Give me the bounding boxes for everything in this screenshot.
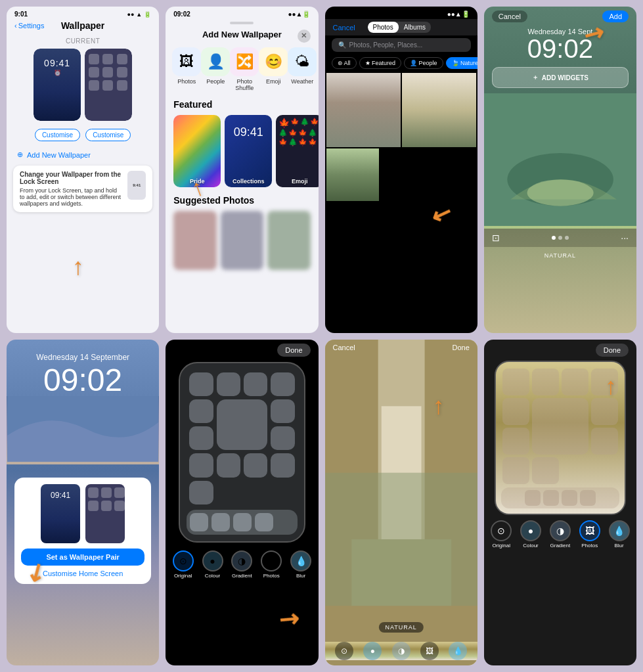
home-screen-thumb[interactable] bbox=[85, 49, 132, 121]
photo-cell-1[interactable] bbox=[326, 73, 401, 147]
filter-nature[interactable]: 🍃 Nature bbox=[446, 57, 477, 69]
home-app-grid bbox=[187, 370, 297, 508]
picker-cancel-btn[interactable]: Cancel bbox=[333, 24, 355, 32]
photos-type[interactable]: 🖼 Photos bbox=[172, 47, 201, 91]
colour-icon: ● bbox=[202, 550, 223, 571]
crop-cancel-btn[interactable]: Cancel bbox=[333, 344, 355, 351]
tool-gradient[interactable]: ◑ Gradient bbox=[231, 550, 252, 579]
final-slot-10 bbox=[532, 457, 559, 484]
weather-type[interactable]: 🌤 Weather bbox=[288, 47, 317, 91]
people-icon: 👤 bbox=[201, 47, 230, 76]
crop-tools-row: ⊙ ● ◑ 🖼 💧 bbox=[325, 642, 477, 660]
final-colour-icon: ● bbox=[520, 520, 541, 541]
pride-card[interactable]: Pride bbox=[173, 115, 221, 187]
suggested-photos-row bbox=[166, 211, 318, 270]
dock-icon-2 bbox=[211, 513, 230, 531]
tool-colour[interactable]: ● Colour bbox=[202, 550, 223, 579]
colour-label: Colour bbox=[205, 573, 221, 579]
done-btn[interactable]: Done bbox=[277, 344, 310, 357]
emoji-type[interactable]: 😊 Emoji bbox=[259, 47, 288, 91]
final-tool-original[interactable]: ⊙ Original bbox=[491, 520, 512, 549]
crop-tool-colour[interactable]: ● bbox=[363, 642, 382, 660]
tool-photos[interactable]: 🖼 Photos bbox=[261, 550, 282, 579]
tooltip-title: Change your Wallpaper from the Lock Scre… bbox=[20, 171, 122, 185]
aerial-photo bbox=[484, 93, 636, 229]
photo-cell-2[interactable] bbox=[402, 73, 476, 147]
status-bar: 9:01 ●● ▲ 🔋 bbox=[7, 7, 159, 19]
photo-cell-3[interactable] bbox=[326, 148, 379, 201]
final-tool-blur[interactable]: 💧 Blur bbox=[609, 520, 630, 549]
app-slot-1 bbox=[189, 372, 213, 396]
cell-wallpaper-settings: 9:01 ●● ▲ 🔋 ‹ Settings Wallpaper CURRENT… bbox=[7, 7, 159, 333]
status-time-2: 09:02 bbox=[173, 11, 190, 18]
natural-label: NATURAL bbox=[544, 252, 576, 259]
final-dock-2 bbox=[543, 490, 559, 506]
search-bar[interactable]: 🔍 Photos, People, Places... bbox=[332, 38, 471, 52]
people-type[interactable]: 👤 People bbox=[201, 47, 230, 91]
tab-photos[interactable]: Photos bbox=[368, 22, 399, 33]
final-blur-icon: 💧 bbox=[609, 520, 630, 541]
app-slot-5 bbox=[189, 399, 213, 423]
gradient-label: Gradient bbox=[232, 573, 252, 579]
set-wallpaper-pair-btn[interactable]: Set as Wallpaper Pair bbox=[21, 549, 144, 566]
add-widgets-btn[interactable]: ＋ ADD WIDGETS bbox=[492, 67, 629, 88]
final-done-btn[interactable]: Done bbox=[596, 344, 629, 357]
tool-original[interactable]: ⊙ Original bbox=[173, 550, 194, 579]
customise-home-link[interactable]: Customise Home Screen bbox=[21, 570, 144, 577]
back-button[interactable]: ‹ Settings bbox=[14, 22, 44, 30]
arrow-indicator-1: ↑ bbox=[72, 253, 84, 280]
dock-icon-3 bbox=[233, 513, 252, 531]
status-bar-3: ●●▲🔋 bbox=[325, 7, 477, 19]
tooltip-text: Change your Wallpaper from the Lock Scre… bbox=[20, 171, 122, 207]
up-arrow-icon: ↑ bbox=[72, 253, 84, 280]
final-tool-colour[interactable]: ● Colour bbox=[520, 520, 541, 549]
home-icon-5 bbox=[102, 67, 113, 78]
photo-shuffle-type[interactable]: 🔀 Photo Shuffle bbox=[230, 47, 259, 91]
photos-tool-icon: 🖼 bbox=[261, 550, 282, 571]
final-photos-label: Photos bbox=[581, 543, 598, 549]
tooltip-box: Change your Wallpaper from the Lock Scre… bbox=[13, 166, 152, 212]
lock-time: 09:02 bbox=[7, 365, 159, 396]
customize-home-btn[interactable]: Customise bbox=[85, 129, 131, 141]
emoji-card[interactable]: 🍁🍁🌲🍁 🌲🍁🍁🌲 🍁🌲🍁🍁 Emoji bbox=[276, 115, 318, 187]
crop-tool-blur[interactable]: 💧 bbox=[449, 642, 467, 660]
customize-lock-btn[interactable]: Customise bbox=[35, 129, 80, 141]
filter-featured[interactable]: ★ Featured bbox=[359, 57, 402, 69]
wallpaper-pair-card: 09:41 Set as Wallpaper Pair Customise Ho… bbox=[14, 478, 151, 584]
app-slot-11 bbox=[244, 453, 267, 477]
crop-tool-photos[interactable]: 🖼 bbox=[420, 642, 439, 660]
lock-bg-svg bbox=[7, 396, 159, 462]
wallpaper-type-icons: 🖼 Photos 👤 People 🔀 Photo Shuffle 😊 Emoj… bbox=[166, 45, 318, 97]
close-icon[interactable]: ✕ bbox=[298, 30, 311, 43]
final-tool-photos[interactable]: 🖼 Photos bbox=[579, 520, 600, 549]
crop-tool-original[interactable]: ⊙ bbox=[335, 642, 353, 660]
final-tools: ⊙ Original ● Colour ◑ Gradient 🖼 Photos … bbox=[484, 516, 636, 551]
home-icon-9 bbox=[117, 80, 127, 91]
preview-add-btn[interactable]: Add bbox=[602, 11, 629, 22]
preview-bottom-bar: ⊡ ··· bbox=[484, 229, 636, 247]
photo-shuffle-label: Photo Shuffle bbox=[230, 78, 259, 91]
more-icon[interactable]: ··· bbox=[621, 233, 629, 243]
app-slot-3 bbox=[244, 372, 267, 396]
collections-card[interactable]: Collections bbox=[225, 115, 272, 187]
suggested-photo-3[interactable] bbox=[267, 211, 310, 270]
tool-blur[interactable]: 💧 Blur bbox=[290, 550, 311, 579]
tab-albums[interactable]: Albums bbox=[399, 22, 431, 33]
final-dock-3 bbox=[562, 490, 577, 506]
filter-all[interactable]: ⊛ All bbox=[332, 57, 357, 69]
aerial-svg bbox=[484, 93, 636, 226]
crop-tool-gradient[interactable]: ◑ bbox=[392, 642, 410, 660]
crop-done-btn[interactable]: Done bbox=[452, 344, 469, 351]
lock-thumb-time: 09:41 bbox=[33, 49, 81, 68]
app-slot-12 bbox=[271, 453, 294, 477]
filter-people[interactable]: 👤 People bbox=[404, 57, 443, 69]
pair-lock-time: 09:41 bbox=[41, 484, 80, 500]
preview-cancel-btn[interactable]: Cancel bbox=[492, 11, 527, 22]
add-new-wallpaper-row[interactable]: ⊕ Add New Wallpaper bbox=[7, 146, 159, 163]
collections-label: Collections bbox=[225, 178, 272, 185]
suggested-photo-2[interactable] bbox=[221, 211, 263, 270]
final-tool-gradient[interactable]: ◑ Gradient bbox=[550, 520, 571, 549]
suggested-photo-1[interactable] bbox=[173, 211, 216, 270]
status-bar-2: 09:02 ●●▲🔋 bbox=[166, 7, 318, 19]
lock-screen-thumb[interactable]: 09:41 ⏰ bbox=[33, 49, 81, 121]
